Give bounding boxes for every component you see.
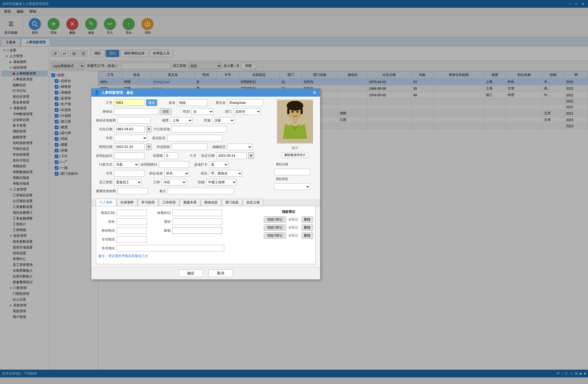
card-no-input[interactable] xyxy=(114,170,144,177)
hire-date-input[interactable] xyxy=(114,144,144,150)
leave-type-label: 离职类型 xyxy=(274,177,288,181)
weight-label: 体重(KG) xyxy=(154,211,171,215)
height-label: 身高(CM) xyxy=(98,211,115,215)
mobile-input[interactable] xyxy=(117,227,147,234)
leave-date-label: 离职日期 xyxy=(274,162,288,166)
shift-label: 班次 xyxy=(191,171,207,176)
inner-tab-family[interactable]: 家庭关系 xyxy=(180,199,200,206)
university-input[interactable] xyxy=(172,144,207,150)
personal-info-panel: 身高(CM) 体重(KG) 特长 爱好 移动电话 邮箱 xyxy=(96,206,316,264)
fp1-register-btn[interactable]: 指纹1登记 xyxy=(264,216,286,223)
probation-input[interactable] xyxy=(164,152,178,159)
id-expiry-input[interactable] xyxy=(117,117,151,124)
personal-fields: 身高(CM) 体重(KG) 特长 爱好 移动电话 邮箱 xyxy=(98,210,258,261)
grade-select[interactable]: 中级工程师 xyxy=(206,179,237,186)
probation-label: 试用期 xyxy=(146,153,163,158)
modal-footer: 确定 取消 xyxy=(91,267,320,279)
modal-personnel: 👤 人事档案管理 - 修改 ✕ 工号 修改 姓名 英文名 xyxy=(91,88,320,280)
confirm-date-label: 转正日期 xyxy=(198,153,215,158)
weight-input[interactable] xyxy=(172,210,222,216)
contract-start-input[interactable] xyxy=(114,152,144,159)
confirm-date-input[interactable] xyxy=(216,152,247,159)
pay-method-select[interactable]: 月薪 xyxy=(114,161,139,168)
fp3-register-btn[interactable]: 指纹3登记 xyxy=(264,232,286,239)
marital-label: 婚姻状态 xyxy=(209,145,226,149)
contract-start-label: 合同起始日 xyxy=(96,153,112,158)
hire-date-picker[interactable]: ▼ xyxy=(146,144,152,150)
inner-tab-dept-info[interactable]: 部门信息 xyxy=(222,199,242,206)
fp1-row: 指纹1登记 未登记 删除 xyxy=(264,216,313,223)
fp2-register-btn[interactable]: 指纹2登记 xyxy=(264,224,286,231)
fp3-delete-btn[interactable]: 删除 xyxy=(302,232,313,239)
fp2-status: 未登记 xyxy=(288,225,299,230)
inner-tab-social[interactable]: 社保资料 xyxy=(117,199,137,206)
must-checkin-label: 必须打卡 xyxy=(191,162,207,167)
card-no-label: 卡号 xyxy=(96,171,112,176)
height-input[interactable] xyxy=(117,210,147,216)
must-checkin-select[interactable]: 是 否 xyxy=(209,161,228,168)
leave-date-input[interactable] xyxy=(274,169,310,175)
birth-date-picker[interactable]: ▼ xyxy=(146,126,152,133)
fp1-status: 未登记 xyxy=(288,217,299,222)
read-btn[interactable]: 读取 xyxy=(160,108,172,115)
svg-rect-6 xyxy=(300,108,303,114)
job-type-select[interactable]: 冲压 xyxy=(162,179,186,186)
birth-date-input[interactable] xyxy=(114,126,144,133)
form-row-9: 卡号 职位名称 科长 班次 早、夜组合 xyxy=(96,170,271,177)
education-select[interactable] xyxy=(114,135,147,141)
cancel-btn[interactable]: 取消 xyxy=(209,269,233,277)
confirm-date-picker[interactable]: ▼ xyxy=(248,152,254,159)
hukou-input[interactable] xyxy=(172,126,227,133)
jiguan-select[interactable]: 上海 xyxy=(170,117,193,124)
dept-select[interactable]: 总经办 xyxy=(233,108,261,115)
emp-modify-btn[interactable]: 修改 xyxy=(146,99,157,106)
emp-id-input[interactable] xyxy=(114,99,144,106)
position-label: 职位名称 xyxy=(146,171,163,176)
specialty-input[interactable] xyxy=(117,218,147,225)
fp1-delete-btn[interactable]: 删除 xyxy=(302,216,313,223)
id-card-input[interactable] xyxy=(114,108,158,115)
confirm-btn[interactable]: 确定 xyxy=(179,269,203,277)
hobby-row: 特长 爱好 xyxy=(98,218,258,225)
gender-select[interactable]: 女 男 xyxy=(191,108,213,115)
shift-select[interactable]: 早、夜组合 xyxy=(209,170,242,177)
fp2-delete-btn[interactable]: 删除 xyxy=(302,224,313,231)
modal-close-btn[interactable]: ✕ xyxy=(312,90,317,95)
emp-id-label: 工号 xyxy=(96,100,112,105)
form-row-1: 工号 修改 姓名 英文名 xyxy=(96,99,271,106)
svg-point-8 xyxy=(296,111,299,113)
fingerprint-note: 备注：登记需水平按压采集仪三次 xyxy=(98,254,148,258)
interest-input[interactable] xyxy=(172,218,222,225)
id-card-label: 身份证 xyxy=(96,109,112,114)
delete-photo-btn[interactable]: 删除数据库照片 xyxy=(282,152,308,158)
email-input[interactable] xyxy=(172,227,222,234)
pay-method-label: 计薪方式 xyxy=(96,162,112,167)
modal-header: 👤 人事档案管理 - 修改 ✕ xyxy=(91,89,320,97)
health-cert-input[interactable] xyxy=(117,188,148,194)
name-input[interactable] xyxy=(177,99,207,106)
gender-label: 性别 xyxy=(173,109,190,114)
interest-label: 爱好 xyxy=(154,219,171,224)
position-select[interactable]: 科长 xyxy=(164,170,189,177)
leave-section: 离职日期 离职类型 xyxy=(274,162,316,190)
contract-days-input[interactable] xyxy=(159,161,189,168)
address-input[interactable] xyxy=(117,245,224,251)
inner-tab-contact[interactable]: 联络信息 xyxy=(201,199,221,206)
inner-tab-education[interactable]: 学习经历 xyxy=(138,199,158,206)
home-phone-input[interactable] xyxy=(117,236,147,243)
health-cert-label: 健康证有效期 xyxy=(96,189,116,194)
emp-type-select[interactable]: 直接员工 xyxy=(114,179,142,186)
id-expiry-label: 身份证有效期 xyxy=(96,118,116,123)
remarks-input[interactable] xyxy=(168,188,234,194)
inner-tab-work[interactable]: 工作经历 xyxy=(159,199,179,206)
inner-tab-custom[interactable]: 自定义项 xyxy=(243,199,263,206)
modal-header-icon: 👤 xyxy=(94,90,100,95)
issuing-authority-input[interactable] xyxy=(167,135,222,141)
address-label: 住宅地址 xyxy=(98,246,115,251)
english-name-input[interactable] xyxy=(227,99,263,106)
marital-select[interactable] xyxy=(227,144,252,150)
nationality-select[interactable]: 汉族 xyxy=(212,117,234,124)
leave-type-select[interactable] xyxy=(274,183,310,190)
inner-tab-personal[interactable]: 个人资料 xyxy=(96,199,116,206)
dept-label: 部门 xyxy=(215,109,232,114)
